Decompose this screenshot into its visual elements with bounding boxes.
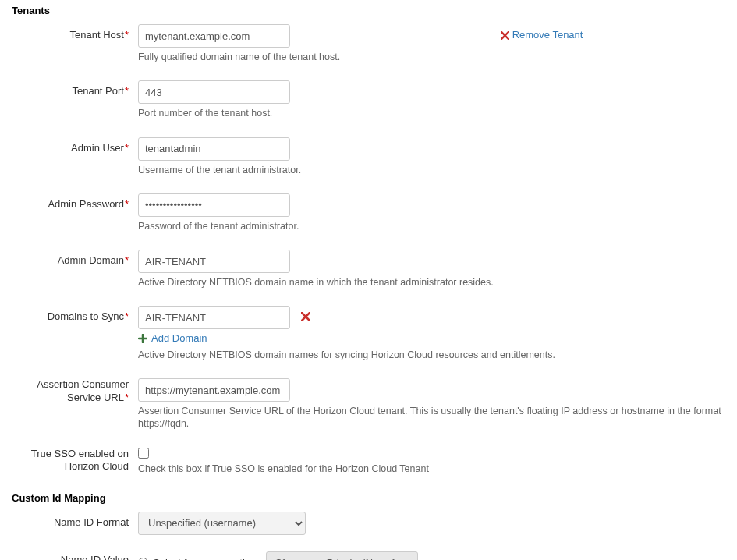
true-sso-label: True SSO enabled on Horizon Cloud [12,448,138,474]
admin-domain-label: Admin Domain* [12,250,138,266]
required-star: * [125,310,129,322]
nameid-format-label: Name ID Format [12,512,138,528]
true-sso-helper: Check this box if True SSO is enabled fo… [138,463,725,475]
acs-url-helper: Assertion Consumer Service URL of the Ho… [138,405,725,431]
nameid-format-label-text: Name ID Format [54,516,129,528]
close-icon [501,29,509,37]
tenant-host-label: Tenant Host* [12,24,138,41]
tenant-host-helper: Fully qualified domain name of the tenan… [138,51,725,63]
admin-domain-input[interactable] [138,250,290,273]
nameid-suggestions-label[interactable]: Select from suggestions [153,557,261,560]
acs-url-label: Assertion Consumer Service URL* [12,378,138,405]
true-sso-label-l1: True SSO enabled on [31,448,129,459]
tenant-host-label-text: Tenant Host [70,29,124,41]
add-domain-button[interactable]: Add Domain [138,332,207,344]
admin-user-helper: Username of the tenant administrator. [138,164,725,176]
required-star: * [125,29,129,41]
domain-sync-input[interactable] [138,306,290,329]
admin-user-label-text: Admin User [71,142,124,154]
tenant-port-input[interactable] [138,80,290,104]
nameid-suggestions-select[interactable]: ${user.userPrincipalName} [266,551,418,560]
custom-id-mapping-title: Custom Id Mapping [12,492,725,504]
tenants-section-title: Tenants [12,5,725,16]
tenant-port-label: Tenant Port* [12,80,138,97]
remove-tenant-text: Remove Tenant [512,29,583,41]
nameid-value-label-text: Name ID Value [61,554,129,560]
required-star: * [125,85,129,97]
tenant-host-input[interactable] [138,24,290,48]
plus-icon [138,334,147,343]
acs-url-label-l1: Assertion Consumer [37,378,129,390]
true-sso-checkbox[interactable] [138,448,149,459]
admin-password-input[interactable] [138,193,290,217]
remove-tenant-link[interactable]: Remove Tenant [501,29,583,41]
nameid-value-label: Name ID Value [12,549,138,560]
tenant-port-label-text: Tenant Port [72,85,124,97]
domains-to-sync-label-text: Domains to Sync [48,310,124,322]
remove-domain-button[interactable] [298,309,314,327]
admin-password-label: Admin Password* [12,193,138,210]
close-icon [301,312,310,321]
required-star: * [125,254,129,266]
admin-user-input[interactable] [138,137,290,161]
admin-domain-label-text: Admin Domain [58,254,124,266]
required-star: * [125,198,129,210]
tenant-port-helper: Port number of the tenant host. [138,107,725,119]
admin-password-helper: Password of the tenant administrator. [138,220,725,232]
domains-to-sync-helper: Active Directory NETBIOS domain names fo… [138,349,725,361]
add-domain-text: Add Domain [151,332,207,344]
required-star: * [125,392,129,403]
nameid-format-select[interactable]: Unspecified (username) [138,512,306,535]
domains-to-sync-label: Domains to Sync* [12,306,138,322]
acs-url-input[interactable] [138,378,290,402]
admin-user-label: Admin User* [12,137,138,154]
acs-url-label-l2: Service URL [67,392,124,403]
admin-domain-helper: Active Directory NETBIOS domain name in … [138,276,725,289]
required-star: * [125,142,129,154]
admin-password-label-text: Admin Password [48,198,124,210]
true-sso-label-l2: Horizon Cloud [65,460,129,472]
